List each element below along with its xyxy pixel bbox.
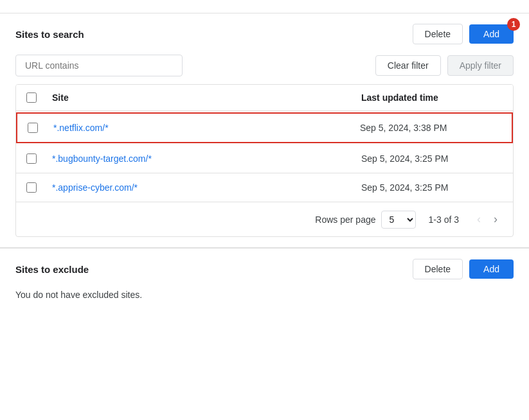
apply-filter-button[interactable]: Apply filter (447, 55, 514, 76)
site-link[interactable]: *.bugbounty-target.com/* (52, 153, 152, 164)
table-row: *.apprise-cyber.com/* Sep 5, 2024, 3:25 … (16, 173, 513, 202)
exclude-header-buttons: Delete Add (413, 259, 514, 279)
pagination-row: Rows per page 5 10 25 1-3 of 3 ‹ › (16, 202, 513, 236)
sites-to-search-section: Sites to search Delete Add 1 Clear filte… (0, 13, 529, 248)
row-1-checkbox[interactable] (28, 123, 38, 133)
row-checkbox-cell (26, 182, 52, 193)
page-info: 1-3 of 3 (429, 214, 459, 225)
exclude-delete-button[interactable]: Delete (413, 259, 463, 279)
row-2-checkbox[interactable] (26, 153, 37, 164)
prev-page-button[interactable]: ‹ (472, 210, 486, 229)
row-2-timestamp: Sep 5, 2024, 3:25 PM (361, 153, 503, 164)
section-header: Sites to search Delete Add 1 (15, 24, 514, 44)
filter-buttons: Clear filter Apply filter (375, 55, 514, 76)
next-page-button[interactable]: › (489, 210, 503, 229)
rows-per-page: Rows per page 5 10 25 (315, 211, 415, 229)
site-column-header: Site (52, 92, 361, 103)
filter-row: Clear filter Apply filter (15, 55, 514, 76)
exclude-section-title: Sites to exclude (15, 264, 89, 275)
row-checkbox-cell (26, 153, 52, 164)
sites-table: Site Last updated time *.netflix.com/* S… (15, 84, 514, 237)
header-checkbox-cell (26, 92, 52, 103)
exclude-section-header: Sites to exclude Delete Add (15, 259, 514, 279)
row-3-timestamp: Sep 5, 2024, 3:25 PM (361, 182, 503, 193)
table-row: *.bugbounty-target.com/* Sep 5, 2024, 3:… (16, 144, 513, 173)
add-button-wrapper: Add 1 (469, 24, 514, 44)
add-button[interactable]: Add (469, 24, 514, 44)
row-2-site: *.bugbounty-target.com/* (52, 153, 361, 164)
excluded-empty-message: You do not have excluded sites. (15, 290, 514, 300)
last-updated-column-header: Last updated time (361, 92, 503, 103)
page-navigation: ‹ › (472, 210, 503, 229)
url-filter-input[interactable] (15, 55, 183, 76)
rows-per-page-label: Rows per page (315, 214, 375, 225)
notification-badge: 1 (507, 18, 520, 31)
clear-filter-button[interactable]: Clear filter (375, 55, 441, 76)
exclude-add-button[interactable]: Add (469, 259, 514, 279)
sites-to-exclude-section: Sites to exclude Delete Add You do not h… (0, 249, 529, 310)
row-1-timestamp: Sep 5, 2024, 3:38 PM (360, 123, 501, 133)
row-3-checkbox[interactable] (26, 182, 37, 193)
section-title: Sites to search (15, 29, 84, 40)
rows-per-page-select[interactable]: 5 10 25 (381, 211, 416, 229)
row-1-site: *.netflix.com/* (53, 123, 360, 133)
table-header: Site Last updated time (16, 85, 513, 111)
site-link[interactable]: *.netflix.com/* (53, 123, 109, 133)
row-3-site: *.apprise-cyber.com/* (52, 182, 361, 193)
table-row: *.netflix.com/* Sep 5, 2024, 3:38 PM (16, 112, 513, 143)
site-link[interactable]: *.apprise-cyber.com/* (52, 182, 138, 193)
header-checkbox[interactable] (26, 92, 37, 103)
row-checkbox-cell (28, 123, 53, 133)
delete-button[interactable]: Delete (413, 24, 463, 44)
header-buttons: Delete Add 1 (413, 24, 514, 44)
